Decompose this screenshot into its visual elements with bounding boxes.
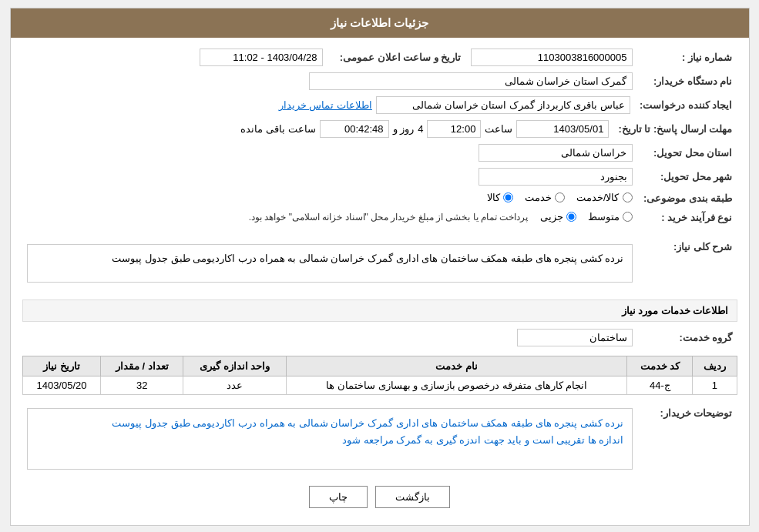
process-option-partial[interactable]: جزیی — [540, 211, 576, 223]
process-label-medium: متوسط — [588, 211, 620, 223]
form-city: شهر محل تحویل: — [22, 165, 737, 189]
page-title: جزئیات اطلاعات نیاز — [331, 16, 428, 29]
cell-code: ج-44 — [627, 376, 693, 395]
deadline-days-value: 4 — [418, 123, 423, 135]
cell-quantity: 32 — [101, 376, 183, 395]
category-radio-service[interactable] — [555, 192, 565, 202]
services-section-header: اطلاعات خدمات مورد نیاز — [22, 299, 737, 322]
description-text: نرده کشی پنجره های طبقه همکف ساختمان های… — [112, 253, 623, 264]
content-area: شماره نیاز : تاریخ و ساعت اعلان عمومی: ن… — [11, 38, 749, 525]
category-label-service: خدمت — [525, 192, 552, 203]
back-button[interactable]: بازگشت — [375, 486, 450, 508]
cell-name: انجام کارهای متفرقه درخصوص بازسازی و بهس… — [287, 376, 627, 395]
col-quantity: تعداد / مقدار — [101, 356, 183, 376]
col-unit: واحد اندازه گیری — [183, 356, 287, 376]
service-group-input[interactable] — [517, 329, 633, 346]
announce-date-input[interactable] — [200, 49, 323, 66]
form-process: نوع فرآیند خرید : متوسط جزیی پرداخت تمام… — [22, 208, 737, 227]
category-option-goods[interactable]: کالا — [487, 192, 513, 203]
buyer-desc-box: نرده کشی پنجره های طبقه همکف ساختمان های… — [27, 408, 633, 470]
process-radio-medium[interactable] — [623, 212, 633, 222]
province-label: استان محل تحویل: — [637, 141, 737, 165]
page-header: جزئیات اطلاعات نیاز — [11, 8, 749, 38]
service-group-label: گروه خدمت: — [637, 326, 737, 350]
category-label-goods-service: کالا/خدمت — [576, 192, 620, 203]
category-label-goods: کالا — [487, 192, 500, 203]
process-label: نوع فرآیند خرید : — [637, 208, 737, 227]
services-table: ردیف کد خدمت نام خدمت واحد اندازه گیری ت… — [22, 356, 737, 395]
form-buyer-desc: توضیحات خریدار: نرده کشی پنجره های طبقه … — [22, 401, 737, 477]
category-label: طبقه بندی موضوعی: — [637, 189, 737, 208]
category-radio-goods-service[interactable] — [623, 192, 633, 202]
form-category: طبقه بندی موضوعی: کالا/خدمت خدمت — [22, 189, 737, 208]
deadline-time-label: ساعت — [485, 123, 512, 135]
deadline-days-label: روز و — [393, 123, 415, 135]
buyer-desc-text: نرده کشی پنجره های طبقه همکف ساختمان های… — [112, 417, 623, 446]
button-row: بازگشت چاپ — [22, 477, 737, 517]
cell-date: 1403/05/20 — [22, 376, 101, 395]
creator-input[interactable] — [376, 96, 630, 114]
form-top: شماره نیاز : تاریخ و ساعت اعلان عمومی: — [22, 45, 737, 69]
form-buyer-org: نام دستگاه خریدار: — [22, 69, 737, 93]
process-radio-partial[interactable] — [566, 212, 576, 222]
table-row: 1ج-44انجام کارهای متفرقه درخصوص بازسازی … — [22, 376, 737, 395]
category-option-service[interactable]: خدمت — [525, 192, 565, 203]
need-number-input[interactable] — [471, 49, 633, 66]
deadline-label: مهلت ارسال پاسخ: تا تاریخ: — [613, 117, 737, 141]
province-input[interactable] — [479, 144, 633, 162]
col-service-code: کد خدمت — [627, 356, 693, 376]
city-input[interactable] — [479, 168, 633, 186]
need-number-label: شماره نیاز : — [637, 45, 737, 69]
form-deadline: مهلت ارسال پاسخ: تا تاریخ: ساعت 4 روز و … — [22, 117, 737, 141]
process-note: پرداخت تمام یا بخشی از مبلغ خریدار محل "… — [249, 212, 529, 223]
description-section: شرح کلی نیاز: نرده کشی پنجره های طبقه هم… — [22, 235, 737, 292]
process-option-medium[interactable]: متوسط — [588, 211, 633, 223]
deadline-remain-label: ساعت باقی مانده — [240, 123, 315, 135]
page-container: جزئیات اطلاعات نیاز شماره نیاز : تاریخ و… — [10, 8, 750, 526]
col-service-name: نام خدمت — [287, 356, 627, 376]
form-province: استان محل تحویل: — [22, 141, 737, 165]
deadline-date-input[interactable] — [516, 120, 609, 138]
deadline-remain-input[interactable] — [320, 120, 389, 138]
process-radio-group: متوسط جزیی پرداخت تمام یا بخشی از مبلغ خ… — [249, 211, 633, 223]
process-label-partial: جزیی — [540, 211, 563, 223]
category-option-goods-service[interactable]: کالا/خدمت — [576, 192, 633, 203]
buyer-org-input[interactable] — [309, 72, 633, 90]
cell-unit: عدد — [183, 376, 287, 395]
category-radio-goods[interactable] — [503, 192, 513, 202]
announce-date-label: تاریخ و ساعت اعلان عمومی: — [327, 45, 466, 69]
form-service-group: گروه خدمت: — [22, 326, 737, 350]
description-box: نرده کشی پنجره های طبقه همکف ساختمان های… — [27, 244, 633, 283]
print-button[interactable]: چاپ — [309, 486, 368, 508]
description-label: شرح کلی نیاز: — [637, 235, 737, 292]
col-row-num: ردیف — [693, 356, 737, 376]
form-creator: ایجاد کننده درخواست: اطلاعات تماس خریدار — [22, 93, 737, 117]
city-label: شهر محل تحویل: — [637, 165, 737, 189]
cell-row: 1 — [693, 376, 737, 395]
category-radio-group: کالا/خدمت خدمت کالا — [487, 192, 633, 203]
buyer-desc-label: توضیحات خریدار: — [637, 401, 737, 477]
deadline-time-input[interactable] — [427, 120, 481, 138]
buyer-org-label: نام دستگاه خریدار: — [637, 69, 737, 93]
creator-label: ایجاد کننده درخواست: — [635, 93, 737, 117]
contact-info-link[interactable]: اطلاعات تماس خریدار — [279, 99, 372, 111]
col-date: تاریخ نیاز — [22, 356, 101, 376]
description-table: شرح کلی نیاز: نرده کشی پنجره های طبقه هم… — [22, 235, 737, 292]
